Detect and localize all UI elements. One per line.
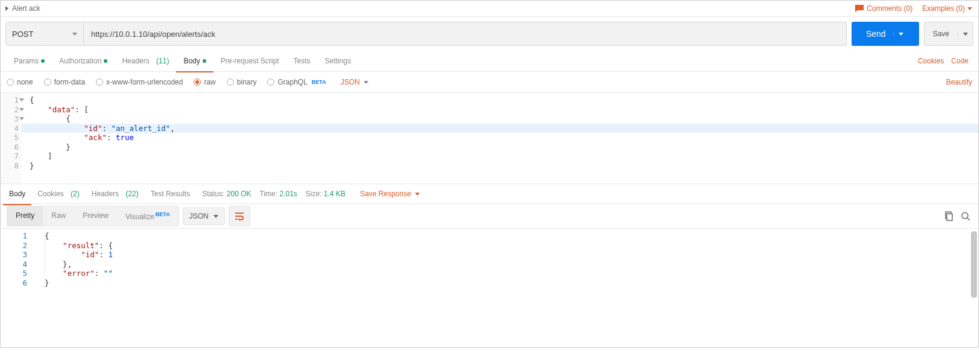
request-row: POST Send Save [1, 17, 978, 51]
radio-icon [194, 78, 201, 86]
caret-right-icon [5, 6, 8, 11]
top-actions: Comments (0) Examples (0) [855, 4, 978, 13]
search-icon [961, 211, 970, 221]
send-dropdown[interactable] [893, 33, 908, 36]
response-view-row: Pretty Raw Preview VisualizeBETA JSON [1, 204, 978, 229]
view-mode-group: Pretty Raw Preview VisualizeBETA [7, 206, 179, 226]
response-tabs: Body Cookies (2) Headers (22) Test Resul… [1, 184, 978, 204]
code-area[interactable]: { "result": { "id": 1 }, "error": "" } [33, 229, 978, 347]
tab-settings[interactable]: Settings [318, 51, 358, 71]
bodytype-binary[interactable]: binary [227, 78, 257, 86]
chevron-down-icon [213, 215, 218, 218]
tab-headers[interactable]: Headers (11) [115, 51, 176, 71]
active-dot-icon [104, 59, 107, 63]
scrollbar-thumb[interactable] [971, 231, 977, 298]
chevron-down-icon [899, 33, 903, 36]
bodytype-graphql[interactable]: GraphQLBETA [267, 78, 326, 86]
active-dot-icon [41, 59, 45, 63]
wrap-lines-button[interactable] [229, 206, 250, 226]
view-preview[interactable]: Preview [74, 207, 117, 226]
tab-params[interactable]: Params [7, 51, 52, 71]
view-raw[interactable]: Raw [43, 207, 74, 226]
resp-tab-body[interactable]: Body [3, 184, 31, 205]
response-language-select[interactable]: JSON [183, 207, 225, 225]
wrap-icon [235, 212, 244, 220]
copy-icon [944, 211, 953, 221]
line-gutter: 123456 [1, 229, 33, 347]
tab-body[interactable]: Body [176, 51, 213, 72]
code-area[interactable]: { "data": [ { "id": "an_alert_id", "ack"… [21, 93, 978, 184]
chevron-down-icon [364, 81, 368, 84]
request-tab-title[interactable]: Alert ack [1, 4, 45, 13]
response-body-editor[interactable]: 123456 { "result": { "id": 1 }, "error":… [1, 229, 978, 347]
send-button[interactable]: Send [852, 22, 919, 46]
resp-tab-tests[interactable]: Test Results [145, 184, 196, 204]
comments-button[interactable]: Comments (0) [855, 4, 912, 13]
view-visualize[interactable]: VisualizeBETA [117, 207, 179, 226]
active-dot-icon [203, 59, 206, 63]
radio-icon [96, 78, 103, 86]
examples-dropdown[interactable]: Examples (0) [922, 4, 972, 13]
request-name: Alert ack [12, 4, 40, 13]
bodytype-raw[interactable]: raw [194, 78, 215, 86]
request-tabs: Params Authorization Headers (11) Body P… [1, 51, 978, 72]
chevron-down-icon [963, 33, 968, 36]
body-language-select[interactable]: JSON [341, 78, 368, 86]
tab-prerequest[interactable]: Pre-request Script [213, 51, 286, 71]
response-status: Status: 200 OK Time: 2.01s Size: 1.4 KB [196, 190, 352, 198]
copy-response-button[interactable] [942, 210, 955, 223]
title-bar: Alert ack Comments (0) Examples (0) [1, 1, 978, 17]
save-dropdown[interactable] [958, 33, 973, 36]
comment-icon [855, 4, 864, 13]
resp-tab-cookies[interactable]: Cookies (2) [31, 184, 85, 204]
code-link[interactable]: Code [947, 57, 972, 65]
url-input[interactable] [84, 22, 847, 46]
request-body-editor[interactable]: 12345678 { "data": [ { "id": "an_alert_i… [1, 93, 978, 184]
http-method-select[interactable]: POST [5, 22, 84, 46]
save-button[interactable]: Save [924, 22, 973, 46]
svg-point-2 [962, 213, 968, 219]
chevron-down-icon [415, 193, 420, 196]
radio-icon [7, 78, 14, 86]
tab-authorization[interactable]: Authorization [52, 51, 115, 71]
chevron-down-icon [967, 7, 972, 10]
bodytype-xwww[interactable]: x-www-form-urlencoded [96, 78, 183, 86]
body-type-row: none form-data x-www-form-urlencoded raw… [1, 72, 978, 93]
view-pretty[interactable]: Pretty [7, 207, 43, 226]
bodytype-none[interactable]: none [7, 78, 33, 86]
radio-icon [44, 78, 51, 86]
radio-icon [267, 78, 274, 86]
postman-window: Alert ack Comments (0) Examples (0) POST… [0, 0, 979, 348]
svg-rect-1 [947, 214, 952, 220]
chevron-down-icon [72, 33, 77, 36]
save-response-dropdown[interactable]: Save Response [360, 190, 420, 198]
bodytype-formdata[interactable]: form-data [44, 78, 85, 86]
search-response-button[interactable] [959, 210, 972, 223]
beautify-link[interactable]: Beautify [946, 78, 972, 86]
tab-tests[interactable]: Tests [286, 51, 318, 71]
line-gutter: 12345678 [1, 93, 21, 184]
radio-icon [227, 78, 234, 86]
resp-tab-headers[interactable]: Headers (22) [86, 184, 145, 204]
cookies-link[interactable]: Cookies [914, 57, 947, 65]
svg-line-3 [967, 218, 970, 220]
